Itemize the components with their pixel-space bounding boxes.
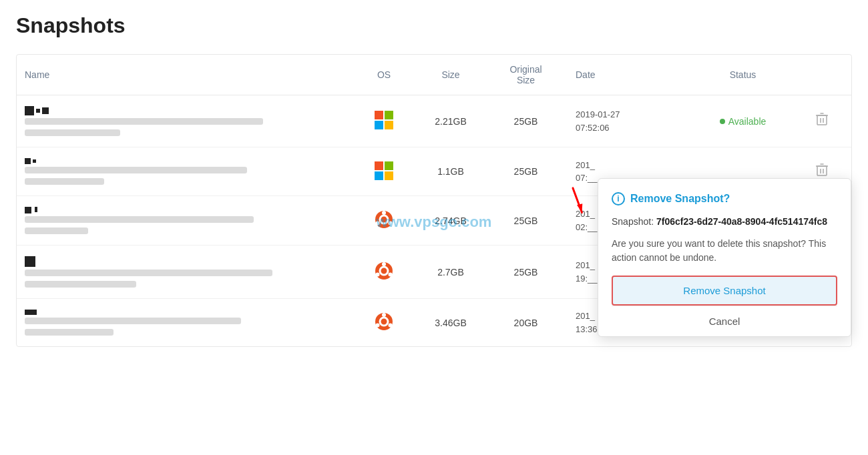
table-header-row: Name OS Size OriginalSize Date Status [17,55,851,95]
col-header-name: Name [17,55,351,95]
row1-origsize-cell: 25GB [484,95,568,147]
svg-rect-13 [817,166,827,175]
status-label: Available [728,116,767,127]
remove-snapshot-popup: i Remove Snapshot? Snapshot: 7f06cf23-6d… [598,178,851,337]
svg-point-41 [389,324,393,328]
row5-size-cell: 3.46GB [417,299,484,347]
row5-name-cell [17,299,351,347]
popup-snapshot-id: Snapshot: 7f06cf23-6d27-40a8-8904-4fc514… [612,215,837,229]
svg-point-22 [376,221,380,225]
svg-point-30 [382,262,386,266]
popup-title: Remove Snapshot? [630,193,730,205]
row2-os-cell [351,147,417,196]
col-header-os: OS [351,55,417,95]
col-header-size: Size [417,55,484,95]
table-row: 2.21GB 25GB 2019-01-27 07:52:06 Availabl… [17,95,851,147]
row4-os-cell [351,246,417,299]
col-header-status: Status [693,55,793,95]
svg-point-40 [382,313,386,317]
page-title: Snapshots [16,13,852,38]
row3-size-cell: 2.74GB [417,196,484,246]
delete-button[interactable] [811,110,833,132]
svg-rect-10 [385,161,393,170]
svg-point-32 [376,273,380,277]
row2-name-cell [17,147,351,196]
row1-size-cell: 2.21GB [417,95,484,147]
row3-os-cell [351,196,417,246]
svg-point-42 [376,324,380,328]
row3-origsize-cell: 25GB [484,196,568,246]
col-header-action [793,55,852,95]
svg-rect-1 [385,111,393,119]
ubuntu-icon [375,312,393,331]
status-available: Available [701,116,785,127]
cancel-button[interactable]: Cancel [612,306,837,336]
svg-rect-11 [375,171,383,180]
confirm-remove-button[interactable]: Remove Snapshot [612,276,837,306]
row1-name-cell [17,95,351,147]
windmill-icon [375,111,393,129]
snapshots-table-wrapper: Name OS Size OriginalSize Date Status [16,54,852,347]
popup-description: Are you sure you want to delete this sna… [612,237,837,265]
row1-date-cell: 2019-01-27 07:52:06 [568,95,693,147]
windmill-icon [375,161,393,180]
svg-line-48 [565,188,590,213]
row2-origsize-cell: 25GB [484,147,568,196]
info-icon: i [612,192,625,205]
svg-point-20 [382,211,386,215]
row1-action-cell[interactable] [793,95,852,147]
svg-point-31 [389,273,393,277]
ubuntu-icon [375,210,393,229]
svg-rect-2 [375,121,383,129]
svg-rect-3 [385,121,393,129]
popup-header: i Remove Snapshot? [612,192,837,205]
svg-rect-12 [385,171,393,180]
row5-origsize-cell: 20GB [484,299,568,347]
row4-origsize-cell: 25GB [484,246,568,299]
col-header-date: Date [568,55,693,95]
row4-size-cell: 2.7GB [417,246,484,299]
svg-rect-9 [375,161,383,170]
row4-name-cell [17,246,351,299]
svg-rect-4 [817,115,827,125]
status-dot [720,119,725,124]
row2-size-cell: 1.1GB [417,147,484,196]
svg-rect-0 [375,111,383,119]
row1-status-cell: Available [693,95,793,147]
row3-name-cell [17,196,351,246]
col-header-original-size: OriginalSize [484,55,568,95]
ubuntu-icon [375,262,393,280]
row1-os-cell [351,95,417,147]
svg-point-21 [389,221,393,225]
row5-os-cell [351,299,417,347]
